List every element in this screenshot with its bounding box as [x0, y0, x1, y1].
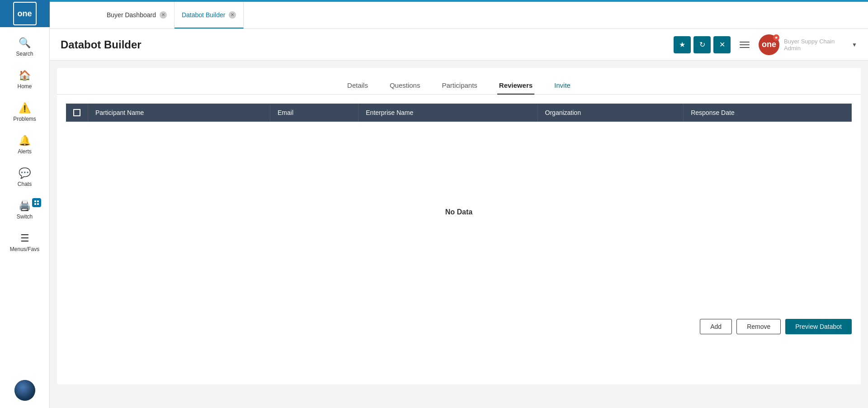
sidebar-item-label: Chats	[18, 181, 32, 187]
sidebar-item-label: Home	[17, 83, 32, 90]
sidebar-item-label: Search	[16, 51, 33, 57]
dropdown-arrow-icon[interactable]: ▼	[852, 42, 857, 48]
sidebar-item-label: Problems	[13, 116, 36, 122]
preview-databot-button[interactable]: Preview Databot	[785, 319, 852, 334]
white-card: Details Questions Participants Reviewers…	[57, 68, 861, 384]
warning-icon: ⚠️	[19, 102, 31, 114]
sidebar-item-alerts[interactable]: 🔔 Alerts	[0, 129, 49, 160]
column-enterprise-name: Enterprise Name	[359, 104, 538, 122]
tab-buyer-dashboard[interactable]: Buyer Dashboard ✕	[99, 2, 175, 28]
switch-icon: 🖨️	[19, 200, 31, 212]
column-participant-name: Participant Name	[88, 104, 270, 122]
table-header: Participant Name Email Enterprise Name O…	[66, 104, 852, 122]
star-icon: ★	[679, 40, 685, 49]
bottom-actions: Add Remove Preview Databot	[57, 312, 861, 342]
tab-details[interactable]: Details	[345, 77, 370, 95]
user-name: Buyer Suppy Chain Admin	[784, 38, 847, 52]
svg-rect-2	[34, 203, 36, 205]
search-icon: 🔍	[19, 37, 31, 49]
svg-rect-3	[37, 203, 39, 205]
notification-dot: ★	[773, 34, 779, 41]
sidebar-item-switch[interactable]: 🖨️ Switch	[0, 195, 49, 225]
header-actions: ★ ↻ ✕	[674, 36, 731, 53]
bell-icon: 🔔	[19, 135, 31, 147]
refresh-button[interactable]: ↻	[693, 36, 711, 53]
sidebar-item-label: Alerts	[18, 148, 32, 155]
svg-rect-1	[37, 200, 39, 202]
switch-badge	[32, 198, 41, 207]
select-all-checkbox[interactable]	[73, 109, 80, 116]
tab-label: Databot Builder	[182, 11, 226, 19]
header-right: ★ ↻ ✕ one ★	[674, 34, 857, 55]
sidebar-item-chats[interactable]: 💬 Chats	[0, 162, 49, 193]
page-header: Databot Builder ★ ↻ ✕	[50, 29, 868, 61]
top-tabs-bar: Buyer Dashboard ✕ Databot Builder ✕	[50, 2, 868, 29]
content-panel: Details Questions Participants Reviewers…	[50, 61, 868, 408]
svg-rect-0	[34, 200, 36, 202]
tab-label: Buyer Dashboard	[107, 11, 156, 19]
close-icon: ✕	[719, 40, 725, 49]
reviewers-table: Participant Name Email Enterprise Name O…	[66, 104, 852, 122]
remove-button[interactable]: Remove	[736, 319, 781, 334]
tab-invite[interactable]: Invite	[552, 77, 572, 95]
table-container: Participant Name Email Enterprise Name O…	[57, 95, 861, 312]
add-button[interactable]: Add	[700, 319, 732, 334]
favorite-button[interactable]: ★	[674, 36, 691, 53]
sidebar-item-label: Switch	[17, 213, 33, 220]
tab-reviewers[interactable]: Reviewers	[497, 77, 534, 95]
avatar-image	[14, 380, 35, 401]
no-data-message: No Data	[66, 122, 852, 303]
user-avatar[interactable]: one ★	[759, 34, 779, 55]
logo-box: one	[13, 2, 37, 25]
menu-icon: ☰	[20, 232, 29, 244]
tab-close-buyer-dashboard[interactable]: ✕	[160, 11, 167, 19]
column-response-date: Response Date	[684, 104, 852, 122]
chat-icon: 💬	[19, 167, 31, 179]
tab-databot-builder[interactable]: Databot Builder ✕	[175, 2, 244, 28]
sidebar-item-label: Menus/Favs	[10, 246, 39, 252]
hamburger-line	[740, 47, 750, 48]
column-checkbox	[66, 104, 88, 122]
user-avatar-sidebar[interactable]	[14, 380, 35, 401]
refresh-icon: ↻	[699, 40, 705, 49]
column-email: Email	[270, 104, 359, 122]
tab-questions[interactable]: Questions	[388, 77, 422, 95]
column-organization: Organization	[538, 104, 684, 122]
page-title: Databot Builder	[61, 38, 142, 51]
tab-close-databot-builder[interactable]: ✕	[229, 11, 236, 19]
app-logo[interactable]: one	[0, 0, 50, 27]
hamburger-button[interactable]	[736, 36, 753, 53]
main-content: Buyer Dashboard ✕ Databot Builder ✕ Data…	[50, 2, 868, 408]
star-badge-icon: ★	[774, 35, 778, 40]
sidebar-item-menus[interactable]: ☰ Menus/Favs	[0, 227, 49, 258]
sidebar-item-search[interactable]: 🔍 Search	[0, 32, 49, 62]
home-icon: 🏠	[19, 70, 31, 81]
user-profile: one ★ Buyer Suppy Chain Admin ▼	[759, 34, 857, 55]
sidebar-nav: 🔍 Search 🏠 Home ⚠️ Problems 🔔 Alerts 💬 C…	[0, 27, 49, 380]
sidebar-item-problems[interactable]: ⚠️ Problems	[0, 97, 49, 128]
sidebar: one 🔍 Search 🏠 Home ⚠️ Problems 🔔 Alerts…	[0, 0, 50, 408]
hamburger-line	[740, 44, 750, 45]
tab-participants[interactable]: Participants	[440, 77, 479, 95]
close-button[interactable]: ✕	[713, 36, 731, 53]
sidebar-item-home[interactable]: 🏠 Home	[0, 64, 49, 95]
user-avatar-logo: one	[762, 40, 776, 49]
hamburger-line	[740, 42, 750, 43]
page-tabs-bar: Details Questions Participants Reviewers…	[57, 68, 861, 95]
